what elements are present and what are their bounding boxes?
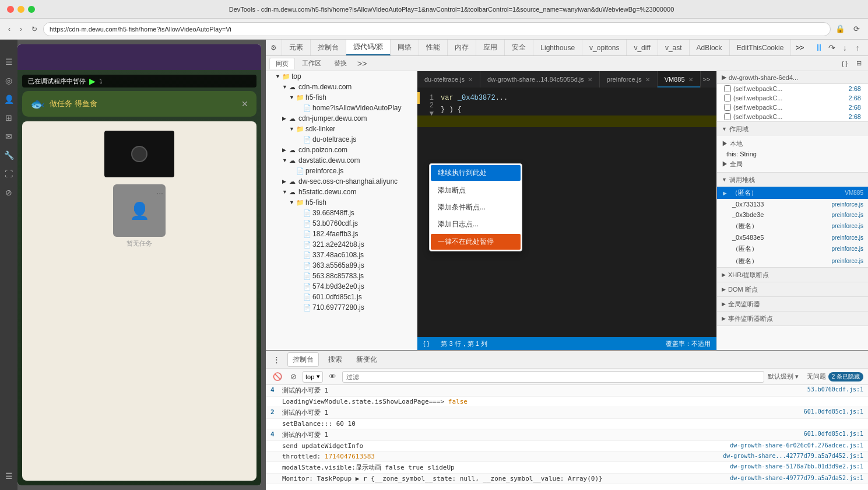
tree-item-h5fish-2[interactable]: ▼ 📁 h5-fish <box>266 197 417 208</box>
call-stack-item-0[interactable]: ► （匿名） VM885 <box>717 187 868 199</box>
xhr-breakpoints-header[interactable]: ▶ XHR/提取断点 <box>717 268 868 282</box>
tree-item-cdn-jumper[interactable]: ▶ ☁ cdn-jumper.dewu.com <box>266 113 417 124</box>
sidebar-icon-3[interactable]: 👤 <box>4 94 14 104</box>
call-stack-item-5[interactable]: （匿名） preinforce.js <box>717 243 868 255</box>
console-tab-changes[interactable]: 新变化 <box>352 353 382 366</box>
tree-item-53[interactable]: 📄 53.b0760cdf.js <box>266 218 417 229</box>
top-selector[interactable]: top ▾ <box>303 371 323 383</box>
reload-button[interactable]: ↻ <box>28 23 41 35</box>
filesystem-button[interactable]: ⊞ <box>853 58 865 69</box>
sources-tab[interactable]: 源代码/源 <box>346 40 391 55</box>
step-into-button[interactable]: ↓ <box>839 42 851 54</box>
tree-item-h5static[interactable]: ▼ ☁ h5static.dewu.com <box>266 187 417 197</box>
tree-item-davstatic[interactable]: ▼ ☁ davstatic.dewu.com <box>266 155 417 166</box>
more-tabs-button[interactable]: >> <box>791 40 809 55</box>
ctx-continue-to-here[interactable]: 继续执行到此处 <box>431 165 521 181</box>
tree-item-574[interactable]: 📄 574.b9d3e2e0.js <box>266 281 417 292</box>
ctx-add-logpoint[interactable]: 添加日志点... <box>430 216 522 233</box>
watch-checkbox-1[interactable] <box>724 94 731 102</box>
network-tab[interactable]: 网络 <box>391 40 419 55</box>
scope-global[interactable]: ▶ 全局 <box>722 159 863 170</box>
tree-item-601[interactable]: 📄 601.0dfd85c1.js <box>266 292 417 302</box>
console-filter-input[interactable] <box>342 371 764 383</box>
watch-checkbox-2[interactable] <box>724 104 731 111</box>
shield-icon[interactable]: 🔒 <box>833 22 847 36</box>
minimize-button[interactable] <box>17 6 24 13</box>
v-options-tab[interactable]: v_opitons <box>582 40 627 55</box>
console-filter-toggle[interactable]: ⊘ <box>288 371 299 382</box>
sidebar-icon-2[interactable]: ◎ <box>5 76 12 85</box>
tree-item-cdn-poizon[interactable]: ▶ ☁ cdn.poizon.com <box>266 145 417 155</box>
security-tab[interactable]: 安全 <box>505 40 533 55</box>
ctx-add-conditional[interactable]: 添加条件断点... <box>430 199 522 216</box>
console-clear-button[interactable]: 🚫 <box>270 371 284 382</box>
elements-tab[interactable]: 元素 <box>282 40 311 55</box>
v-diff-tab[interactable]: v_diff <box>627 40 658 55</box>
call-stack-header[interactable]: ▼ 调用堆栈 <box>717 173 868 187</box>
v-ast-tab[interactable]: v_ast <box>658 40 690 55</box>
application-tab[interactable]: 应用 <box>476 40 505 55</box>
watch-checkbox-3[interactable] <box>724 113 731 120</box>
code-area[interactable]: 1 var _0x4b3872... 2 ▼ } ) { 继续执行到此处 <box>417 88 716 350</box>
file-tab-du-oteltrace[interactable]: du-oteltrace.js ✕ <box>417 71 480 88</box>
sources-overrides-tab[interactable]: 替换 <box>328 58 353 69</box>
tree-item-sdk-linker[interactable]: ▼ 📁 sdk-linker <box>266 124 417 134</box>
tree-item-h5fish[interactable]: ▼ 📁 h5-fish <box>266 92 417 103</box>
tree-item-39[interactable]: 📄 39.668f48ff.js <box>266 208 417 218</box>
console-tab-top[interactable]: 控制台 <box>311 40 346 55</box>
call-stack-item-2[interactable]: _0x3bde3e preinforce.js <box>717 209 868 220</box>
file-tab-close-0[interactable]: ✕ <box>468 76 473 83</box>
tree-item-cdn-m[interactable]: ▼ ☁ cdn-m.dewu.com <box>266 82 417 92</box>
tree-item-710[interactable]: 📄 710.69777280.js <box>266 302 417 313</box>
maximize-button[interactable] <box>28 6 35 13</box>
watch-section-header[interactable]: ▶ dw-growth-share-6ed4... <box>717 71 868 84</box>
ctx-add-breakpoint[interactable]: 添加断点 <box>430 182 522 199</box>
tree-item-home[interactable]: 📄 home?isAllowVideoAutoPlay <box>266 103 417 113</box>
file-tab-close-2[interactable]: ✕ <box>645 76 650 83</box>
sidebar-icon-6[interactable]: 🔧 <box>4 150 14 160</box>
back-button[interactable]: ‹ <box>5 23 14 35</box>
performance-tab[interactable]: 性能 <box>419 40 448 55</box>
call-stack-item-6[interactable]: （匿名） preinforce.js <box>717 255 868 267</box>
task-close-button[interactable]: ✕ <box>241 99 248 108</box>
file-tab-close-3[interactable]: ✕ <box>688 76 693 83</box>
file-tab-close-1[interactable]: ✕ <box>588 76 592 83</box>
scope-section-header[interactable]: ▼ 作用域 <box>717 122 868 136</box>
sources-webpage-tab[interactable]: 网页 <box>269 58 295 69</box>
step-icon[interactable]: ⤵ <box>99 78 103 85</box>
tree-item-337[interactable]: 📄 337.48ac6108.js <box>266 250 417 260</box>
forward-button[interactable]: › <box>16 23 26 35</box>
adblock-tab[interactable]: AdBlock <box>690 40 730 55</box>
editthiscookie-tab[interactable]: EditThisCookie <box>730 40 792 55</box>
call-stack-item-3[interactable]: （匿名） preinforce.js <box>717 220 868 232</box>
tree-item-preinforce[interactable]: 📄 preinforce.js <box>266 166 417 176</box>
sidebar-icon-bottom[interactable]: ☰ <box>5 471 13 481</box>
tree-item-563[interactable]: 📄 563.88c85783.js <box>266 271 417 281</box>
tree-item-182[interactable]: 📄 182.4faeffb3.js <box>266 229 417 239</box>
tree-item-top[interactable]: ▼ 📁 top <box>266 71 417 82</box>
console-tab-main[interactable]: 控制台 <box>287 352 319 367</box>
console-eye-button[interactable]: 👁 <box>326 371 339 382</box>
address-input[interactable] <box>43 22 831 36</box>
step-over-button[interactable]: ↷ <box>826 42 838 54</box>
sidebar-icon-5[interactable]: ✉ <box>5 132 12 141</box>
console-tab-search[interactable]: 搜索 <box>324 353 347 366</box>
sources-more-button[interactable]: >> <box>354 58 370 69</box>
sidebar-icon-7[interactable]: ⛶ <box>5 169 13 178</box>
tree-item-363[interactable]: 📄 363.a5565a89.js <box>266 260 417 271</box>
file-tabs-more[interactable]: >> <box>703 71 711 88</box>
sidebar-icon-8[interactable]: ⊘ <box>5 188 12 197</box>
call-stack-item-1[interactable]: _0x733133 preinforce.js <box>717 199 868 209</box>
new-snippet-button[interactable]: { } <box>839 58 851 69</box>
tree-item-dw-sec[interactable]: ▶ ☁ dw-sec.oss-cn-shanghai.aliyunc <box>266 176 417 187</box>
console-more-icon[interactable]: ⋮ <box>270 354 283 365</box>
pause-resume-button[interactable]: ⏸ <box>813 42 825 54</box>
global-listeners-header[interactable]: ▶ 全局监听器 <box>717 297 868 311</box>
tree-item-du-oteltrace[interactable]: 📄 du-oteltrace.js <box>266 134 417 145</box>
step-out-button[interactable]: ↑ <box>852 42 863 54</box>
devtools-icon[interactable]: ⚙ <box>266 40 282 55</box>
lighthouse-tab[interactable]: Lighthouse <box>533 40 582 55</box>
close-button[interactable] <box>7 6 14 13</box>
file-tab-vm885[interactable]: VM885 ✕ <box>658 71 701 88</box>
call-stack-item-4[interactable]: _0x5483e5 preinforce.js <box>717 232 868 243</box>
